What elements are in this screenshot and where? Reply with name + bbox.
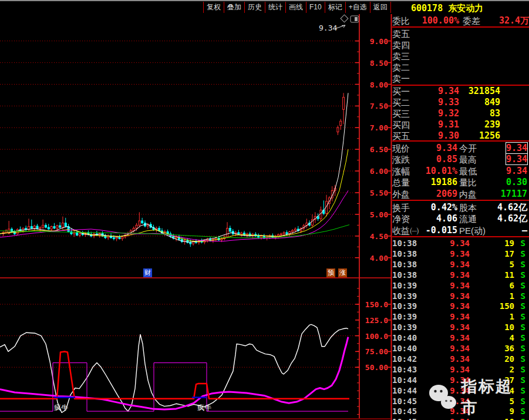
toolbar-button[interactable]: 画线 [285, 2, 306, 13]
candle-body [241, 233, 242, 234]
tick-flag: S [514, 291, 529, 301]
toolbar-button[interactable]: +自选 [345, 2, 370, 13]
tick-time: 10:39 [392, 280, 422, 291]
candle-body [53, 227, 55, 229]
candle-body [116, 237, 117, 238]
tick-volume: 6 [470, 280, 514, 291]
tick-flag: S [514, 332, 529, 343]
toolbar-button[interactable]: 历史 [244, 2, 265, 13]
level-volume: 239 [459, 119, 500, 130]
tick-volume: 5 [470, 259, 514, 270]
stat-label: 流通 [459, 213, 492, 224]
tick-flag: S [514, 385, 529, 396]
candle-body [62, 223, 63, 227]
ma-line-MA5 [0, 93, 348, 242]
tick-row: 10:399.346S [392, 280, 529, 291]
tick-flag: S [514, 248, 529, 259]
candle-body [286, 233, 288, 234]
toolbar-button[interactable]: 返回 [370, 2, 391, 13]
indicator-signal-label: 疯牛 [54, 404, 68, 412]
price-axis-label: 4.00 [370, 254, 388, 263]
order-level-row[interactable]: 卖一 [392, 73, 529, 84]
stock-title: 600178 东安动力 [411, 3, 483, 14]
tick-flag: S [514, 270, 529, 280]
tick-price: 9.34 [422, 291, 470, 301]
order-level-row[interactable]: 卖三 [392, 51, 529, 62]
stat-value: 9.34 [492, 143, 529, 154]
candle-body [56, 226, 58, 228]
tick-flag: S [514, 375, 529, 385]
tick-price: 9.34 [422, 364, 470, 375]
candle-body [45, 225, 46, 227]
tick-price: 9.34 [422, 385, 470, 396]
candle-body [36, 226, 38, 229]
tick-price: 9.34 [422, 238, 470, 248]
tick-time: 10:43 [392, 364, 422, 375]
stat-label: PE(动) [459, 225, 492, 236]
tick-row: 10:439.342S [392, 364, 529, 375]
toolbar-button[interactable]: 复权 [203, 2, 224, 13]
panel-toggle-icon[interactable] [351, 16, 359, 22]
level-label: 买四 [392, 119, 416, 130]
toolbar-button[interactable]: 标记 [325, 2, 345, 13]
stat-label: 最低 [459, 166, 492, 177]
stock-code: 600178 [411, 3, 443, 14]
candle-body [119, 237, 120, 238]
candle-body [294, 229, 296, 230]
level-volume: 83 [459, 108, 500, 119]
order-level-row[interactable]: 买二9.33849 [392, 97, 529, 108]
toolbar-buttons: 复权叠加历史统计画线F10标记+自选返回 [203, 2, 391, 13]
tick-volume: 11 [470, 270, 514, 280]
toolbar-button[interactable]: 叠加 [224, 2, 244, 13]
stat-value: 10.01% [422, 166, 459, 177]
tick-price: 9.34 [422, 332, 470, 343]
candle-body [292, 230, 294, 231]
tick-flag: S [514, 354, 529, 364]
weicha-label: 委差 [459, 15, 483, 26]
tick-flag: S [514, 238, 529, 248]
tick-price: 9.34 [422, 375, 470, 385]
level-price: 9.31 [416, 119, 459, 130]
tick-flag: S [514, 406, 529, 416]
order-level-row[interactable]: 买四9.31239 [392, 119, 529, 130]
weicha-value: 32.4万 [483, 15, 529, 26]
candle-body [261, 236, 262, 237]
candle-body [113, 238, 114, 238]
candle-body [227, 229, 228, 237]
tick-time: 10:38 [392, 238, 422, 248]
stat-label: 内盘 [459, 189, 492, 200]
order-level-row[interactable]: 卖五 [392, 28, 529, 39]
spacer [500, 51, 529, 62]
price-axis-label: 7.50 [370, 102, 388, 110]
tick-row: 10:429.3420S [392, 354, 529, 364]
level-volume [459, 73, 500, 84]
stat-row: 现价9.34今开9.34 [392, 143, 529, 154]
indicator-axis-label: 100.0 [365, 332, 388, 341]
candle-body [59, 226, 61, 227]
tick-time: 10:40 [392, 332, 422, 343]
tick-list[interactable]: 10:389.3419S10:389.3417S10:389.345S10:38… [392, 238, 529, 420]
tick-time: 10:39 [392, 311, 422, 322]
tick-time: 10:39 [392, 322, 422, 332]
order-level-row[interactable]: 买一9.34321854 [392, 86, 529, 97]
chart-badge-预[interactable]: 预 [326, 268, 335, 277]
tick-volume: 19 [470, 238, 514, 248]
tick-row: 10:459.3410S [392, 416, 529, 420]
tick-flag: S [514, 311, 529, 322]
order-level-row[interactable]: 卖二 [392, 62, 529, 73]
spacer [500, 97, 529, 108]
stat-label: 股本 [459, 202, 492, 213]
main-chart-canvas[interactable]: 9.008.508.007.507.006.506.005.505.004.50… [0, 0, 392, 420]
level-price [416, 62, 459, 73]
toolbar-button[interactable]: F10 [306, 2, 325, 13]
price-axis-label: 8.00 [370, 80, 388, 89]
order-level-row[interactable]: 卖四 [392, 39, 529, 51]
tick-volume: 10 [470, 322, 514, 332]
quote-panel: 委比 100.00% 委差 32.4万 卖五卖四卖三卖二卖一 买一9.34321… [392, 14, 529, 420]
chart-badge-财[interactable]: 财 [143, 268, 152, 277]
tick-volume: 10 [470, 416, 514, 420]
chart-badge-涨[interactable]: 涨 [338, 268, 347, 277]
toolbar-button[interactable]: 统计 [265, 2, 285, 13]
order-level-row[interactable]: 买三9.3283 [392, 108, 529, 119]
stat-value: 9.34 [492, 154, 529, 165]
